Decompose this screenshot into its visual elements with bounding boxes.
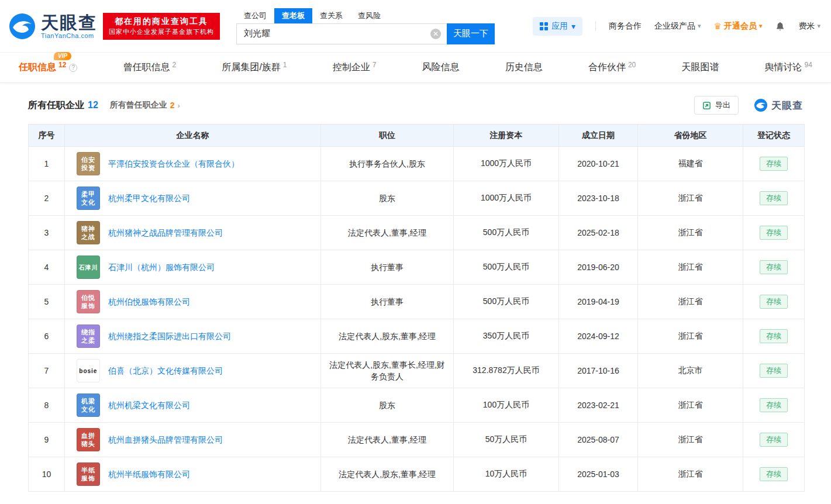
chevron-down-icon: ▾ [698,22,701,30]
column-header-注册资本: 注册资本 [454,125,559,147]
search-tab-查公司[interactable]: 查公司 [236,8,274,23]
tab-舆情讨论[interactable]: 舆情讨论94 [765,61,812,74]
table-row: 7 bosie 伯喜（北京）文化传媒有限公司 法定代表人,股东,董事长,经理,财… [29,354,805,388]
tab-控制企业[interactable]: 控制企业7 [333,61,377,74]
nav-enterprise-products[interactable]: 企业级产品 ▾ [654,21,701,32]
position-cell: 法定代表人,股东,董事长,经理,财务负责人 [321,354,454,388]
position-cell: 法定代表人,董事,经理 [321,423,454,457]
tab-历史信息[interactable]: 历史信息 [505,61,543,74]
export-button[interactable]: 导出 [694,96,739,115]
search-tab-查关系[interactable]: 查关系 [312,8,350,23]
capital-cell: 500万人民币 [454,285,559,319]
notification-bell-icon[interactable] [775,21,785,32]
company-name-cell: 猪神之战 杭州猪神之战品牌管理有限公司 [65,216,321,250]
chevron-right-icon: › [178,101,180,110]
watermark-text: 天眼查 [771,99,803,112]
row-index-cell: 8 [29,388,65,423]
region-cell: 浙江省 [638,457,743,492]
apps-label: 应用 [551,21,568,32]
status-cell: 存续 [743,147,805,181]
clear-search-icon[interactable]: ✕ [430,29,441,39]
company-table-body: 1 伯安投资 平潭伯安投资合伙企业（有限合伙） 执行事务合伙人,股东 1000万… [29,147,805,492]
company-name-link[interactable]: 杭州猪神之战品牌管理有限公司 [108,227,223,239]
page-tabs: VIP任职信息12?曾任职信息2所属集团/族群1控制企业7风险信息历史信息合作伙… [0,53,831,83]
tianyancha-logo[interactable]: 天眼查 TianYanCha.com [8,12,97,40]
tab-count: 94 [805,61,812,69]
status-cell: 存续 [743,181,805,216]
company-name-link[interactable]: 杭州半纸服饰有限公司 [108,468,190,480]
tab-合作伙伴[interactable]: 合作伙伴20 [588,61,636,74]
section-title: 所有任职企业 [28,99,84,112]
company-name-link[interactable]: 杭州柔甲文化有限公司 [108,192,190,204]
position-cell: 执行董事 [321,250,454,285]
date-cell: 2025-08-07 [559,423,638,457]
tianyancha-watermark: 天眼查 [754,98,803,112]
row-index-cell: 1 [29,147,65,181]
crown-icon: ♛ [713,21,721,32]
status-badge: 存续 [760,157,788,171]
status-badge: 存续 [760,260,788,274]
company-name-cell: 伯悦服饰 杭州伯悦服饰有限公司 [65,285,321,319]
company-name-link[interactable]: 杭州血拼猪头品牌管理有限公司 [108,434,223,446]
nav-open-vip[interactable]: ♛ 开通会员 ▾ [713,21,762,32]
tab-所属集团/族群[interactable]: 所属集团/族群1 [222,61,287,74]
company-name-cell: 血拼猪头 杭州血拼猪头品牌管理有限公司 [65,423,321,457]
tab-天眼图谱[interactable]: 天眼图谱 [681,61,719,74]
region-cell: 北京市 [638,354,743,388]
chevron-down-icon: ▾ [571,22,575,31]
status-badge: 存续 [760,295,788,309]
position-cell: 执行董事 [321,285,454,319]
date-cell: 2025-01-03 [559,457,638,492]
company-logo: 半纸服饰 [77,462,100,486]
brand-domain: TianYanCha.com [41,32,97,39]
chevron-down-icon: ▾ [759,22,763,30]
table-row: 5 伯悦服饰 杭州伯悦服饰有限公司 执行董事 500万人民币 2019-04-1… [29,285,805,319]
company-name-cell: bosie 伯喜（北京）文化传媒有限公司 [65,354,321,388]
tianyancha-logo-icon [8,12,36,40]
chevron-down-icon: ▾ [817,22,820,30]
tab-曾任职信息[interactable]: 曾任职信息2 [123,61,177,74]
status-badge: 存续 [760,226,788,240]
company-name-link[interactable]: 杭州机梁文化有限公司 [108,399,190,411]
column-header-企业名称: 企业名称 [65,125,321,147]
company-name-link[interactable]: 伯喜（北京）文化传媒有限公司 [108,365,223,377]
company-name-link[interactable]: 平潭伯安投资合伙企业（有限合伙） [108,158,239,170]
search-tab-查老板[interactable]: 查老板 [274,8,312,23]
status-badge: 存续 [760,433,788,447]
tab-风险信息[interactable]: 风险信息 [422,61,460,74]
tab-count: 7 [373,61,377,69]
nav-divider [595,22,596,31]
company-logo: 机梁文化 [77,393,100,417]
search-tab-查风险[interactable]: 查风险 [350,8,388,23]
nav-business-cooperation[interactable]: 商务合作 [609,21,642,32]
tab-label: 历史信息 [505,62,543,72]
company-name-link[interactable]: 石津川（杭州）服饰有限公司 [108,261,215,273]
capital-cell: 500万人民币 [454,250,559,285]
nav-user-account[interactable]: 费米 ▾ [798,21,820,32]
former-positions-link[interactable]: 所有曾任职企业 2 › [110,100,180,111]
column-header-成立日期: 成立日期 [559,125,638,147]
search-tabs: 查公司查老板查关系查风险 [236,8,495,23]
company-name-link[interactable]: 杭州伯悦服饰有限公司 [108,296,190,308]
tab-任职信息[interactable]: VIP任职信息12? [19,61,77,74]
table-row: 2 柔甲文化 杭州柔甲文化有限公司 股东 1000万人民币 2023-10-18… [29,181,805,216]
tab-count: 12 [58,61,66,69]
apps-menu-button[interactable]: 应用 ▾ [533,17,582,36]
status-cell: 存续 [743,216,805,250]
search-input[interactable] [236,23,447,44]
tab-count: 2 [173,61,177,69]
status-badge: 存续 [760,467,788,481]
company-name-link[interactable]: 杭州绕指之柔国际进出口有限公司 [108,330,231,342]
search-button[interactable]: 天眼一下 [447,23,495,44]
company-name-cell: 伯安投资 平潭伯安投资合伙企业（有限合伙） [65,147,321,181]
column-header-省份地区: 省份地区 [638,125,743,147]
company-logo: 绕指之柔 [77,325,100,348]
capital-cell: 10万人民币 [454,457,559,492]
position-cell: 执行事务合伙人,股东 [321,147,454,181]
company-logo: 猪神之战 [77,221,100,244]
column-header-职位: 职位 [321,125,454,147]
search-block: 查公司查老板查关系查风险 ✕ 天眼一下 [236,8,495,44]
region-cell: 浙江省 [638,216,743,250]
top-nav: 应用 ▾ 商务合作 企业级产品 ▾ ♛ 开通会员 ▾ 费米 ▾ [533,17,820,36]
status-cell: 存续 [743,250,805,285]
